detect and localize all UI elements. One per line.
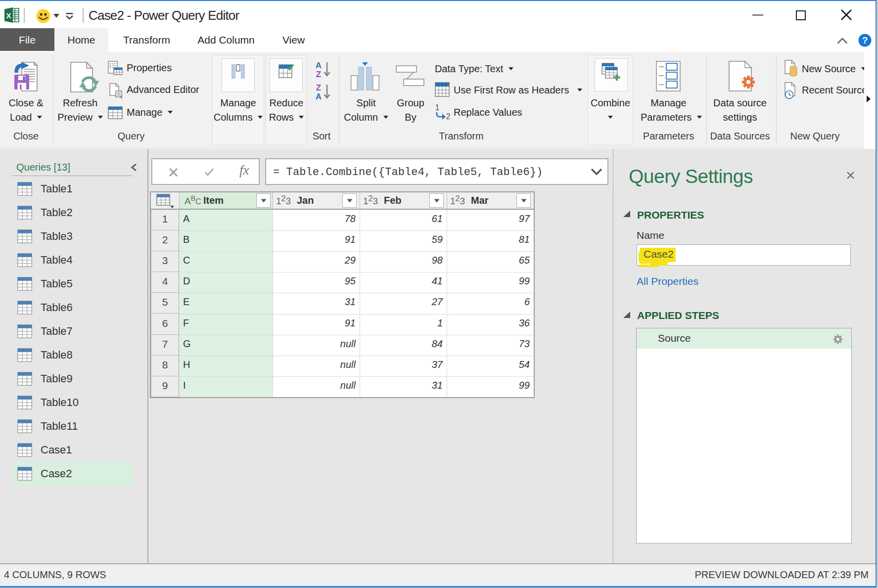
svg-text:1: 1 xyxy=(435,103,440,112)
svg-text:2: 2 xyxy=(446,112,451,120)
svg-text:Z: Z xyxy=(316,70,321,79)
svg-text:A: A xyxy=(316,92,322,101)
svg-text:?: ? xyxy=(862,35,868,45)
svg-text:X: X xyxy=(6,11,11,20)
svg-text:Z: Z xyxy=(316,83,321,92)
svg-text:A: A xyxy=(316,61,322,70)
